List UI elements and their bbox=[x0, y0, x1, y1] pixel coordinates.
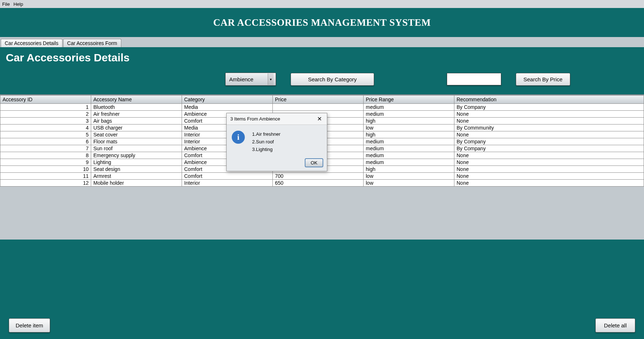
table-row[interactable]: 12Mobile holderInterior650lowNone bbox=[0, 180, 644, 187]
dropdown-value: Ambience bbox=[229, 76, 254, 82]
col-category[interactable]: Category bbox=[182, 95, 273, 104]
cell-id: 12 bbox=[0, 180, 91, 187]
menu-help[interactable]: Help bbox=[13, 1, 23, 7]
cell-range: low bbox=[364, 180, 454, 187]
cell-id: 3 bbox=[0, 118, 91, 124]
cell-id: 1 bbox=[0, 104, 91, 111]
col-price[interactable]: Price bbox=[273, 95, 364, 104]
dialog-body: i 1.Air freshner 2.Sun roof 3.Lighting bbox=[227, 125, 327, 156]
page-title: Car Accessories Details bbox=[0, 52, 644, 64]
header-banner: CAR ACCESSORIES MANAGEMENT SYSTEM bbox=[0, 8, 644, 37]
cell-recommendation: None bbox=[454, 111, 644, 118]
cell-name: Bluetooth bbox=[91, 104, 182, 111]
col-range[interactable]: Price Range bbox=[364, 95, 454, 104]
cell-name: Floor mats bbox=[91, 138, 182, 145]
cell-price bbox=[273, 104, 364, 111]
cell-recommendation: By Company bbox=[454, 145, 644, 152]
menubar: File Help bbox=[0, 0, 644, 8]
delete-all-button[interactable]: Delete all bbox=[595, 318, 635, 332]
cell-id: 5 bbox=[0, 131, 91, 138]
cell-range: high bbox=[364, 118, 454, 124]
cell-range: medium bbox=[364, 159, 454, 166]
delete-item-button[interactable]: Delete item bbox=[9, 318, 50, 332]
dialog-title-text: 3 Items From Ambience bbox=[230, 116, 280, 122]
menu-file[interactable]: File bbox=[2, 1, 10, 7]
cell-range: medium bbox=[364, 138, 454, 145]
cell-category: Interior bbox=[182, 180, 273, 187]
cell-price: 650 bbox=[273, 180, 364, 187]
cell-name: Air freshner bbox=[91, 111, 182, 118]
cell-id: 10 bbox=[0, 166, 91, 173]
cell-range: medium bbox=[364, 152, 454, 159]
cell-recommendation: None bbox=[454, 131, 644, 138]
col-name[interactable]: Accessory Name bbox=[91, 95, 182, 104]
cell-range: medium bbox=[364, 104, 454, 111]
cell-recommendation: None bbox=[454, 173, 644, 180]
col-recommendation[interactable]: Recommendation bbox=[454, 95, 644, 104]
cell-range: low bbox=[364, 173, 454, 180]
tab-details[interactable]: Car Accessories Details bbox=[1, 39, 62, 47]
cell-name: Lighting bbox=[91, 159, 182, 166]
search-category-button[interactable]: Search By Category bbox=[291, 73, 374, 86]
cell-range: high bbox=[364, 166, 454, 173]
cell-recommendation: None bbox=[454, 159, 644, 166]
cell-name: Mobile holder bbox=[91, 180, 182, 187]
dialog-item: 3.Lighting bbox=[252, 146, 280, 154]
category-dropdown[interactable]: Ambience ▾ bbox=[225, 73, 276, 86]
col-id[interactable]: Accessory ID bbox=[0, 95, 91, 104]
cell-id: 11 bbox=[0, 173, 91, 180]
cell-recommendation: None bbox=[454, 152, 644, 159]
cell-recommendation: None bbox=[454, 118, 644, 124]
dialog-titlebar: 3 Items From Ambience ✕ bbox=[227, 113, 327, 125]
info-dialog: 3 Items From Ambience ✕ i 1.Air freshner… bbox=[226, 113, 327, 171]
cell-category: Comfort bbox=[182, 173, 273, 180]
cell-recommendation: None bbox=[454, 180, 644, 187]
dialog-item: 2.Sun roof bbox=[252, 138, 280, 146]
cell-name: Seat design bbox=[91, 166, 182, 173]
cell-price: 700 bbox=[273, 173, 364, 180]
dialog-list: 1.Air freshner 2.Sun roof 3.Lighting bbox=[252, 131, 280, 153]
dialog-footer: OK bbox=[227, 156, 327, 171]
tabbar: Car Accessories Details Car Accessoires … bbox=[0, 37, 644, 47]
cell-id: 7 bbox=[0, 145, 91, 152]
table-row[interactable]: 1BluetoothMediamediumBy Company bbox=[0, 104, 644, 111]
cell-recommendation: By Company bbox=[454, 138, 644, 145]
cell-id: 6 bbox=[0, 138, 91, 145]
close-icon[interactable]: ✕ bbox=[316, 115, 323, 122]
cell-name: Armrest bbox=[91, 173, 182, 180]
cell-name: Seat cover bbox=[91, 131, 182, 138]
tab-form[interactable]: Car Accessoires Form bbox=[63, 39, 121, 47]
cell-id: 2 bbox=[0, 111, 91, 118]
cell-category: Media bbox=[182, 104, 273, 111]
search-price-button[interactable]: Search By Price bbox=[516, 73, 570, 86]
cell-name: Sun roof bbox=[91, 145, 182, 152]
cell-id: 9 bbox=[0, 159, 91, 166]
info-icon: i bbox=[232, 131, 245, 144]
cell-name: Emergency supply bbox=[91, 152, 182, 159]
app-title: CAR ACCESSORIES MANAGEMENT SYSTEM bbox=[213, 17, 431, 28]
table-row[interactable]: 11ArmrestComfort700lowNone bbox=[0, 173, 644, 180]
cell-range: low bbox=[364, 124, 454, 131]
cell-name: Air bags bbox=[91, 118, 182, 124]
cell-name: USB charger bbox=[91, 124, 182, 131]
cell-range: high bbox=[364, 131, 454, 138]
table-header-row: Accessory ID Accessory Name Category Pri… bbox=[0, 95, 644, 104]
price-input[interactable] bbox=[447, 73, 501, 85]
cell-range: medium bbox=[364, 111, 454, 118]
cell-id: 8 bbox=[0, 152, 91, 159]
cell-recommendation: By Commmunity bbox=[454, 124, 644, 131]
dialog-item: 1.Air freshner bbox=[252, 131, 280, 138]
cell-recommendation: By Company bbox=[454, 104, 644, 111]
cell-id: 4 bbox=[0, 124, 91, 131]
content-area: Car Accessories Details Ambience ▾ Searc… bbox=[0, 47, 644, 339]
chevron-down-icon: ▾ bbox=[268, 73, 274, 85]
cell-range: medium bbox=[364, 145, 454, 152]
cell-recommendation: None bbox=[454, 166, 644, 173]
search-row: Ambience ▾ Search By Category Search By … bbox=[0, 73, 644, 86]
bottom-row: Delete item Delete all bbox=[0, 318, 644, 332]
ok-button[interactable]: OK bbox=[305, 158, 323, 167]
